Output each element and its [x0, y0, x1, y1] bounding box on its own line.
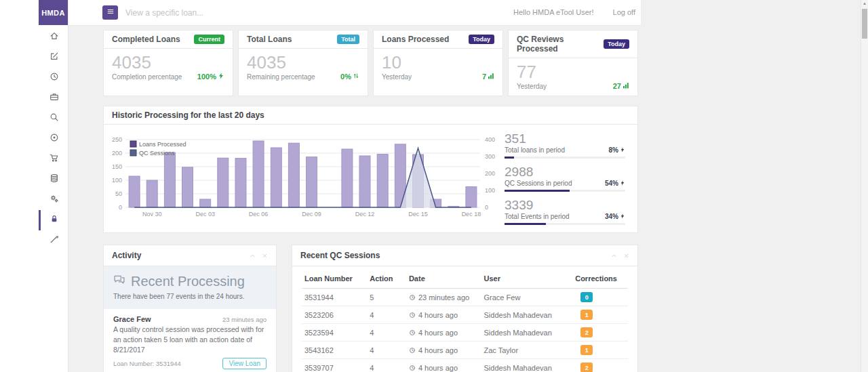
chat-icon — [113, 274, 125, 289]
sidebar-item-briefcase[interactable] — [39, 88, 68, 108]
clock-icon — [409, 329, 416, 336]
card-metric: 7 — [482, 73, 494, 81]
cell-action: 4 — [367, 342, 406, 359]
scrollbar-up-arrow[interactable]: ▲ — [861, 1, 868, 5]
period-stat-progress — [505, 223, 625, 225]
svg-text:Dec 03: Dec 03 — [195, 211, 215, 218]
activity-close-icon[interactable] — [262, 249, 268, 262]
qc-close-icon[interactable] — [623, 249, 629, 262]
svg-text:Dec 15: Dec 15 — [408, 211, 428, 218]
period-stat-progress — [505, 157, 625, 159]
cell-corrections: 0 — [572, 289, 628, 306]
card-title: QC Reviews Processed — [517, 35, 604, 54]
chart-period-stats: 351 Total loans in period 8% 2988 QC Ses… — [500, 130, 631, 231]
recent-processing-subtitle: There have been 77 events in the 24 hour… — [113, 293, 267, 300]
card-value: 77 — [517, 62, 629, 82]
cell-user: Siddesh Mahadevan — [481, 306, 573, 324]
chat-icon — [113, 274, 125, 286]
historic-processing-chart: 0501001502002500100200300400Nov 30Dec 03… — [105, 130, 500, 231]
bolt-icon — [620, 147, 625, 152]
period-stat-progress — [505, 190, 625, 192]
svg-text:Loans Processed: Loans Processed — [139, 141, 186, 148]
home-icon — [50, 31, 59, 41]
svg-text:Dec 09: Dec 09 — [302, 211, 321, 218]
briefcase-icon — [50, 92, 59, 102]
cart-icon — [50, 153, 59, 165]
cell-action: 4 — [367, 306, 406, 324]
updown-icon — [353, 73, 359, 79]
bolt-icon — [620, 213, 625, 219]
cell-corrections: 2 — [572, 359, 628, 372]
card-value: 4035 — [247, 52, 359, 73]
period-stat-percent: 34% — [605, 213, 625, 220]
sidebar-item-edit[interactable] — [39, 47, 68, 68]
disc-icon — [50, 133, 59, 142]
sidebar-item-cart[interactable] — [39, 149, 68, 169]
column-header: Action — [367, 268, 406, 289]
sidebar-item-clock[interactable] — [39, 68, 68, 88]
clock-icon — [50, 72, 59, 81]
column-header: Loan Number — [302, 268, 367, 289]
main-content: Completed Loans Current 4035 Completion … — [103, 30, 638, 372]
activity-list: Grace Few 23 minutes ago A quality contr… — [104, 309, 276, 372]
scrollbar-thumb[interactable] — [862, 9, 867, 39]
period-stat-value: 2988 — [505, 165, 625, 180]
bars-icon — [623, 82, 629, 89]
cell-loan-number: 3523206 — [302, 306, 367, 324]
sidebar-item-security[interactable] — [39, 210, 68, 230]
clock-icon — [409, 365, 416, 371]
menu-toggle-button[interactable] — [102, 5, 118, 20]
activity-collapse-icon[interactable] — [250, 249, 256, 262]
chart-panel-title: Historic Processing for the last 20 days — [112, 110, 264, 120]
card-label: Yesterday — [517, 83, 547, 90]
cell-corrections: 2 — [572, 324, 628, 342]
chevron-up-icon — [611, 253, 617, 259]
sidebar-item-records[interactable] — [39, 129, 68, 149]
period-stat-label: QC Sessions in period — [505, 180, 572, 187]
qc-collapse-icon[interactable] — [611, 249, 617, 262]
recent-processing-title: Recent Processing — [131, 274, 245, 289]
cell-user: Zac Taylor — [481, 342, 573, 359]
qc-session-row[interactable]: 3543162 4 4 hours ago Zac Taylor 1 — [302, 342, 628, 359]
recent-processing-header: Recent Processing There have been 77 eve… — [104, 266, 276, 309]
period-stat-percent: 8% — [609, 146, 625, 154]
sidebar-item-tools[interactable] — [39, 230, 68, 251]
qc-session-row[interactable]: 3531944 5 23 minutes ago Grace Few 0 — [302, 289, 628, 306]
wand-icon — [50, 234, 59, 247]
hamburger-icon — [106, 7, 115, 16]
disc-icon — [50, 133, 59, 145]
sidebar-item-search[interactable] — [39, 108, 68, 129]
card-badge: Today — [469, 35, 494, 44]
sidebar-item-settings[interactable] — [39, 190, 68, 210]
corrections-badge: 1 — [580, 310, 593, 320]
qc-session-row[interactable]: 3539707 4 4 hours ago Siddesh Mahadevan … — [302, 359, 628, 372]
svg-text:200: 200 — [112, 150, 122, 157]
svg-text:100: 100 — [112, 177, 122, 184]
activity-panel-title: Activity — [112, 251, 141, 260]
card-metric: 27 — [613, 82, 629, 90]
view-loan-button[interactable]: View Loan — [222, 358, 267, 369]
close-icon — [262, 253, 268, 259]
briefcase-icon — [50, 92, 59, 104]
period-stat-value: 3339 — [505, 198, 625, 213]
sidebar-item-database[interactable] — [39, 169, 68, 190]
qc-session-row[interactable]: 3523206 4 4 hours ago Siddesh Mahadevan … — [302, 306, 628, 324]
qc-session-row[interactable]: 3523594 4 4 hours ago Siddesh Mahadevan … — [302, 324, 628, 342]
scrollbar[interactable]: ▲ — [861, 0, 868, 372]
cell-date: 4 hours ago — [406, 324, 481, 342]
lock-icon — [50, 214, 59, 226]
card-title: Completed Loans — [112, 35, 180, 44]
period-stat: 351 Total loans in period 8% — [505, 131, 625, 159]
svg-text:QC Sessions: QC Sessions — [139, 150, 175, 157]
stat-card: QC Reviews Processed Today 77 Yesterday … — [508, 30, 638, 96]
stat-card: Loans Processed Today 10 Yesterday 7 — [373, 30, 503, 96]
logoff-link[interactable]: Log off — [613, 8, 635, 16]
card-badge: Total — [337, 35, 359, 44]
svg-text:300: 300 — [485, 153, 495, 160]
close-icon — [623, 253, 629, 259]
search-input[interactable] — [124, 5, 384, 21]
recent-qc-sessions-panel: Recent QC Sessions Loan NumberActionDate… — [292, 245, 638, 372]
sidebar-item-home[interactable] — [39, 27, 68, 47]
card-badge: Current — [194, 35, 224, 44]
corrections-badge: 1 — [580, 345, 593, 355]
